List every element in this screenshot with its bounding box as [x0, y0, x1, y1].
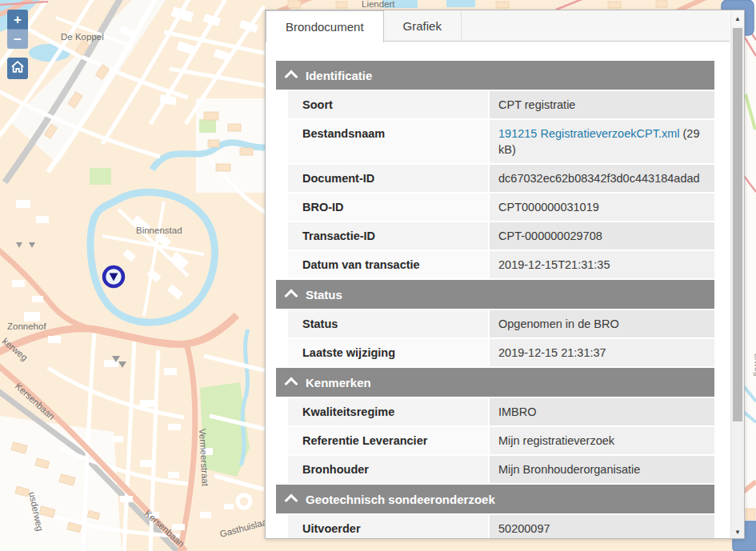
panel-scrollbar[interactable]: ▲ ▼ [730, 10, 744, 538]
row-value: CPT000000031019 [490, 194, 714, 221]
map-label-liendert: Liendert [362, 0, 395, 9]
home-icon [10, 60, 25, 77]
map-zoom-controls: + − [7, 10, 28, 49]
panel-content: IdentificatieSoortCPT registratieBestand… [276, 61, 714, 539]
row-label: Soort [288, 91, 488, 118]
section-header[interactable]: Status [276, 280, 714, 309]
scroll-up-button[interactable]: ▲ [731, 10, 744, 27]
table-row: Laatste wijziging2019-12-15 21:31:37 [288, 339, 714, 366]
section-title: Identificatie [306, 69, 372, 82]
row-value: IMBRO [490, 398, 714, 425]
section-header[interactable]: Kenmerken [276, 368, 714, 397]
row-value: 2019-12-15T21:31:35 [490, 251, 714, 278]
scrollbar-thumb[interactable] [733, 28, 742, 421]
map-label-binnenstad: Binnenstad [136, 226, 182, 235]
row-value: Opgenomen in de BRO [490, 310, 714, 337]
row-label: BRO-ID [288, 194, 488, 221]
table-row: Datum van transactie2019-12-15T21:31:35 [288, 251, 714, 278]
row-value: 50200097 [490, 515, 714, 539]
tab-grafiek[interactable]: Grafiek [384, 10, 462, 42]
row-value: Mijn registratieverzoek [490, 427, 714, 454]
table-row: Transactie-IDCPT-000000029708 [288, 222, 714, 250]
chevron-up-icon [285, 377, 298, 391]
row-label: Laatste wijziging [288, 339, 488, 366]
section-title: Geotechnisch sondeeronderzoek [306, 493, 495, 506]
row-label: Kwaliteitsregime [288, 398, 488, 425]
table-row: BronhouderMijn Bronhouderorganisatie [288, 456, 714, 483]
section-title: Status [306, 288, 342, 301]
row-value: CPT-000000029708 [490, 222, 714, 250]
map-label-de-koppel: De Koppel [61, 32, 104, 42]
row-label: Document-ID [288, 165, 488, 192]
table-row: Document-IDdc67032ec62b08342f3d0c443184a… [288, 165, 714, 192]
table-row: Uitvoerder50200097 [288, 515, 714, 539]
row-label: Bronhouder [288, 456, 488, 483]
table-row: StatusOpgenomen in de BRO [288, 310, 714, 337]
table-row: SoortCPT registratie [288, 91, 714, 118]
row-label: Uitvoerder [288, 515, 488, 539]
row-label: Transactie-ID [288, 222, 488, 250]
section-header[interactable]: Identificatie [276, 61, 714, 90]
section-header[interactable]: Geotechnisch sondeeronderzoek [276, 485, 714, 513]
chevron-up-icon [285, 70, 298, 84]
table-row: BRO-IDCPT000000031019 [288, 194, 714, 221]
row-value: Mijn Bronhouderorganisatie [490, 456, 714, 483]
row-label: Bestandsnaam [288, 120, 488, 163]
section-title: Kenmerken [306, 376, 371, 389]
chevron-up-icon [285, 289, 298, 303]
tab-brondocument[interactable]: Brondocument [266, 10, 384, 42]
map-label-zonnehof: Zonnehof [7, 321, 46, 331]
file-download-link[interactable]: 191215 RegistratieverzoekCPT.xml [498, 127, 679, 140]
chevron-up-icon [285, 494, 298, 508]
scroll-down-button[interactable]: ▼ [731, 529, 744, 536]
row-label: Datum van transactie [288, 251, 488, 278]
table-row: KwaliteitsregimeIMBRO [288, 398, 714, 425]
row-value: CPT registratie [490, 91, 714, 118]
selected-location-marker[interactable] [104, 267, 123, 286]
row-value: dc67032ec62b08342f3d0c443184adad [490, 165, 714, 192]
zoom-in-button[interactable]: + [7, 10, 28, 29]
row-value: 2019-12-15 21:31:37 [490, 339, 714, 366]
table-row: Bestandsnaam191215 RegistratieverzoekCPT… [288, 120, 714, 163]
row-label: Status [288, 310, 488, 337]
row-label: Referentie Leverancier [288, 427, 488, 454]
tab-bar: Brondocument Grafiek [266, 10, 730, 42]
detail-panel: Brondocument Grafiek IdentificatieSoortC… [265, 10, 745, 539]
zoom-out-button[interactable]: − [7, 29, 28, 49]
row-value: 191215 RegistratieverzoekCPT.xml (29 kB) [490, 120, 714, 163]
table-row: Referentie LeverancierMijn registratieve… [288, 427, 714, 454]
home-extent-button[interactable] [7, 58, 28, 79]
